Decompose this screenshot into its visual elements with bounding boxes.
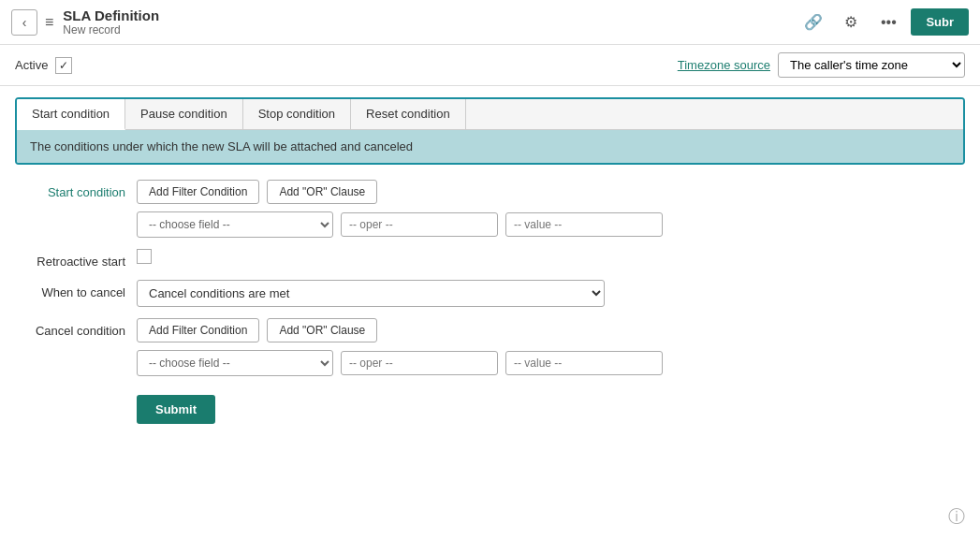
when-to-cancel-row: When to cancel Cancel conditions are met [15, 280, 965, 307]
cancel-value-input[interactable] [505, 351, 663, 375]
header: ‹ ≡ SLA Definition New record 🔗 ⚙ ••• Su… [0, 0, 980, 45]
cancel-filter-buttons: Add Filter Condition Add "OR" Clause [137, 318, 965, 342]
back-icon: ‹ [22, 15, 27, 30]
back-button[interactable]: ‹ [11, 9, 37, 36]
tab-pause-condition[interactable]: Pause condition [125, 99, 243, 129]
active-label: Active [15, 58, 48, 72]
cancel-condition-controls: Add Filter Condition Add "OR" Clause -- … [137, 318, 965, 376]
retroactive-start-label: Retroactive start [15, 249, 137, 269]
timezone-block: Timezone source The caller's time zone [678, 52, 965, 78]
start-add-or-clause-button[interactable]: Add "OR" Clause [267, 180, 377, 204]
header-actions: 🔗 ⚙ ••• Subr [798, 7, 969, 37]
start-value-input[interactable] [505, 212, 663, 237]
tabs: Start condition Pause condition Stop con… [17, 99, 963, 130]
tab-info-bar: The conditions under which the new SLA w… [17, 130, 963, 163]
cancel-add-filter-button[interactable]: Add Filter Condition [137, 318, 259, 342]
settings-icon: ⚙ [844, 13, 857, 31]
cancel-condition-row: Cancel condition Add Filter Condition Ad… [15, 318, 965, 376]
start-choose-field-select[interactable]: -- choose field -- [137, 211, 333, 238]
page-subtitle: New record [63, 23, 798, 36]
retroactive-start-checkbox[interactable] [137, 249, 152, 264]
start-oper-input[interactable] [341, 212, 498, 237]
info-icon: ⓘ [948, 505, 965, 528]
main-content: Start condition Pause condition Stop con… [0, 86, 980, 461]
timezone-select[interactable]: The caller's time zone [778, 52, 965, 78]
submit-row: Submit [137, 387, 965, 424]
checkmark-icon: ✓ [59, 59, 68, 72]
start-condition-row: Start condition Add Filter Condition Add… [15, 180, 965, 238]
when-to-cancel-label: When to cancel [15, 280, 137, 299]
menu-icon[interactable]: ≡ [45, 14, 53, 31]
tab-reset-condition[interactable]: Reset condition [351, 99, 466, 129]
start-filter-buttons: Add Filter Condition Add "OR" Clause [137, 180, 965, 204]
tab-stop-condition[interactable]: Stop condition [243, 99, 351, 129]
header-submit-button[interactable]: Subr [911, 8, 969, 36]
title-block: SLA Definition New record [63, 7, 798, 36]
retroactive-start-controls [137, 249, 965, 264]
retroactive-start-row: Retroactive start [15, 249, 965, 269]
cancel-condition-label: Cancel condition [15, 318, 137, 338]
tab-container: Start condition Pause condition Stop con… [15, 97, 965, 165]
cancel-field-row: -- choose field -- [137, 350, 965, 376]
active-checkbox[interactable]: ✓ [55, 57, 72, 74]
when-to-cancel-controls: Cancel conditions are met [137, 280, 965, 307]
cancel-add-or-clause-button[interactable]: Add "OR" Clause [267, 318, 377, 342]
cancel-choose-field-select[interactable]: -- choose field -- [137, 350, 333, 376]
toolbar-row: Active ✓ Timezone source The caller's ti… [0, 45, 980, 86]
page-title: SLA Definition [63, 7, 798, 23]
tab-start-condition[interactable]: Start condition [17, 99, 125, 130]
settings-button[interactable]: ⚙ [836, 7, 866, 37]
start-condition-controls: Add Filter Condition Add "OR" Clause -- … [137, 180, 965, 238]
attachment-icon: 🔗 [804, 13, 823, 31]
attachment-button[interactable]: 🔗 [798, 7, 828, 37]
start-add-filter-button[interactable]: Add Filter Condition [137, 180, 259, 204]
timezone-source-link[interactable]: Timezone source [678, 58, 770, 72]
submit-button[interactable]: Submit [137, 395, 215, 424]
form-section: Start condition Add Filter Condition Add… [15, 180, 965, 450]
more-button[interactable]: ••• [873, 7, 903, 37]
tab-info-text: The conditions under which the new SLA w… [30, 139, 413, 153]
more-icon: ••• [881, 14, 897, 31]
cancel-oper-input[interactable] [341, 351, 498, 375]
when-to-cancel-select[interactable]: Cancel conditions are met [137, 280, 605, 307]
start-field-row: -- choose field -- [137, 211, 965, 238]
start-condition-label[interactable]: Start condition [15, 180, 137, 199]
